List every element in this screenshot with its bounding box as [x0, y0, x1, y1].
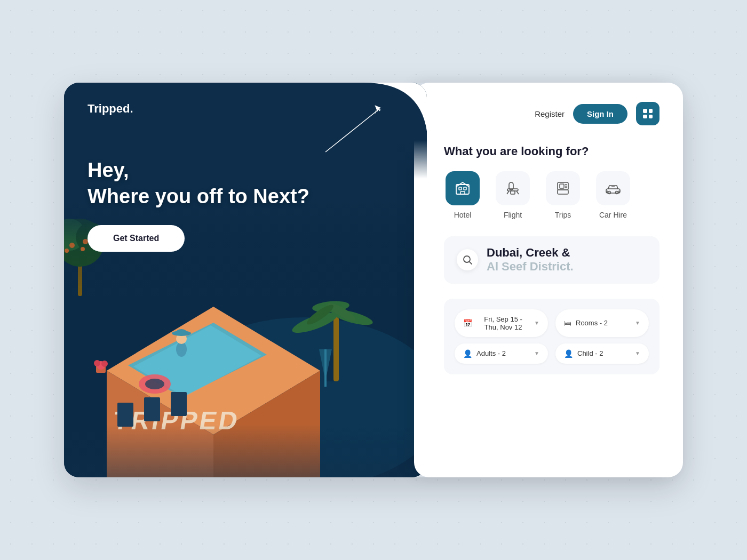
- hero-text: Hey, Where you off to Next? Get Started: [88, 157, 309, 252]
- svg-line-62: [470, 262, 472, 264]
- grid-menu-button[interactable]: [636, 102, 659, 125]
- filter-row-1: 📅 Fri, Sep 15 - Thu, Nov 12 ▼ 🛏 Rooms - …: [455, 309, 649, 337]
- svg-rect-43: [64, 424, 427, 477]
- grid-icon: [643, 109, 653, 118]
- search-icon-wrap: [457, 249, 478, 270]
- child-chevron: ▼: [635, 350, 640, 356]
- search-secondary: Al Seef District.: [487, 260, 647, 274]
- register-button[interactable]: Register: [535, 109, 565, 118]
- rooms-icon: 🛏: [564, 319, 571, 327]
- left-panel: Tripped. Hey, Where you off to Next? Get…: [64, 83, 427, 477]
- rooms-chevron: ▼: [635, 320, 640, 326]
- rooms-filter[interactable]: 🛏 Rooms - 2 ▼: [555, 309, 649, 337]
- tab-flight[interactable]: Flight: [494, 171, 531, 219]
- svg-rect-50: [511, 191, 515, 194]
- search-primary: Dubai, Creek &: [487, 246, 647, 260]
- child-icon: 👤: [564, 349, 573, 358]
- svg-point-61: [464, 256, 470, 262]
- svg-point-40: [94, 360, 100, 366]
- tab-flight-label: Flight: [504, 211, 522, 219]
- svg-rect-35: [117, 403, 133, 427]
- adults-filter[interactable]: 👤 Adults - 2 ▼: [455, 343, 548, 364]
- hotel-icon-wrap: [446, 171, 480, 205]
- date-filter[interactable]: 📅 Fri, Sep 15 - Thu, Nov 12 ▼: [455, 309, 548, 337]
- svg-rect-37: [171, 392, 187, 416]
- svg-rect-8: [324, 349, 327, 387]
- tab-trips-label: Trips: [555, 211, 571, 219]
- signin-button[interactable]: Sign In: [573, 104, 627, 124]
- date-chevron: ▼: [534, 320, 539, 326]
- child-filter[interactable]: 👤 Child - 2 ▼: [555, 343, 649, 364]
- main-card: Tripped. Hey, Where you off to Next? Get…: [64, 83, 683, 477]
- svg-point-41: [101, 361, 108, 367]
- search-text-wrap: Dubai, Creek & Al Seef District.: [487, 246, 647, 274]
- right-panel: Register Sign In What you are looking fo…: [414, 83, 683, 477]
- svg-rect-36: [144, 397, 160, 421]
- svg-point-15: [145, 379, 164, 389]
- filter-row-2: 👤 Adults - 2 ▼ 👤 Child - 2 ▼: [455, 343, 649, 364]
- car-icon-wrap: [596, 171, 630, 205]
- tab-car-hire[interactable]: Car Hire: [594, 171, 632, 219]
- right-header: Register Sign In: [444, 102, 659, 125]
- tab-hotel[interactable]: Hotel: [444, 171, 481, 219]
- get-started-button[interactable]: Get Started: [88, 225, 185, 252]
- adults-chevron: ▼: [534, 350, 539, 356]
- hero-line2: Where you off to Next?: [88, 185, 309, 207]
- svg-rect-47: [460, 191, 465, 194]
- trips-icon-wrap: [546, 171, 580, 205]
- tab-hotel-label: Hotel: [454, 211, 472, 219]
- date-filter-value: Fri, Sep 15 - Thu, Nov 12: [476, 315, 530, 331]
- svg-rect-53: [560, 184, 564, 188]
- tab-trips[interactable]: Trips: [544, 171, 582, 219]
- flight-icon-wrap: [496, 171, 530, 205]
- svg-rect-46: [464, 187, 466, 190]
- section-title: What you are looking for?: [444, 145, 659, 158]
- filter-section: 📅 Fri, Sep 15 - Thu, Nov 12 ▼ 🛏 Rooms - …: [444, 299, 659, 374]
- tab-car-hire-label: Car Hire: [599, 211, 627, 219]
- svg-point-16: [176, 342, 187, 357]
- svg-rect-21: [333, 317, 339, 381]
- logo: Tripped.: [88, 102, 133, 116]
- child-filter-value: Child - 2: [577, 349, 603, 357]
- search-box[interactable]: Dubai, Creek & Al Seef District.: [444, 236, 659, 284]
- category-tabs: Hotel Flight: [444, 171, 659, 219]
- svg-rect-52: [558, 190, 568, 194]
- calendar-icon: 📅: [463, 319, 472, 327]
- svg-rect-45: [459, 187, 462, 190]
- adults-filter-value: Adults - 2: [476, 349, 506, 357]
- adults-icon: 👤: [463, 349, 472, 358]
- svg-point-19: [176, 329, 187, 335]
- svg-rect-44: [456, 185, 469, 194]
- rooms-filter-value: Rooms - 2: [576, 319, 608, 327]
- hero-line1: Hey,: [88, 159, 129, 181]
